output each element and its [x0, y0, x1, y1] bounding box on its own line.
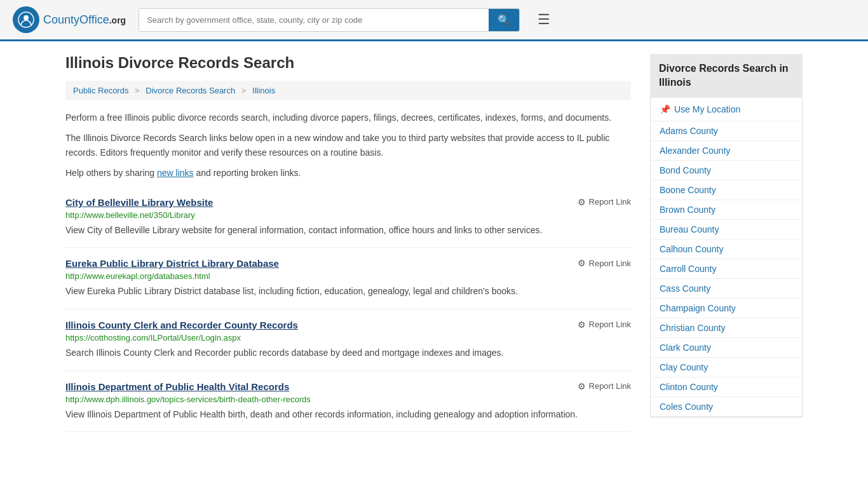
search-icon: 🔍 [498, 15, 510, 25]
report-link-3[interactable]: ⚙ Report Link [578, 381, 631, 391]
search-input[interactable] [139, 9, 489, 31]
description-2: The Illinois Divorce Records Search link… [65, 131, 631, 159]
svg-point-1 [24, 15, 29, 20]
breadcrumb-sep-1: > [135, 86, 140, 95]
county-link-6[interactable]: Calhoun County [651, 240, 802, 259]
report-link-1[interactable]: ⚙ Report Link [578, 258, 631, 268]
description-3: Help others by sharing new links and rep… [65, 166, 631, 180]
county-link-11[interactable]: Clark County [651, 338, 802, 357]
description-1: Perform a free Illinois public divorce r… [65, 111, 631, 125]
result-title-2[interactable]: Illinois County Clerk and Recorder Count… [65, 320, 298, 330]
county-link-3[interactable]: Boone County [651, 180, 802, 200]
county-link-10[interactable]: Christian County [651, 318, 802, 337]
page-title: Illinois Divorce Records Search [65, 54, 631, 72]
sidebar: Divorce Records Search in Illinois 📌 Use… [650, 54, 803, 432]
county-list: Adams CountyAlexander CountyBond CountyB… [651, 121, 802, 417]
content-area: Illinois Divorce Records Search Public R… [65, 54, 631, 432]
county-link-4[interactable]: Brown County [651, 200, 802, 219]
logo[interactable]: CountyOffice.org [13, 6, 126, 33]
breadcrumb-public-records[interactable]: Public Records [73, 86, 128, 95]
breadcrumb-divorce-records[interactable]: Divorce Records Search [146, 86, 235, 95]
search-button[interactable]: 🔍 [489, 9, 519, 31]
use-my-location[interactable]: 📌 Use My Location [651, 98, 802, 121]
result-url-1[interactable]: http://www.eurekapl.org/databases.html [65, 271, 631, 281]
county-link-5[interactable]: Bureau County [651, 220, 802, 239]
list-item: Carroll County [651, 259, 802, 279]
result-url-2[interactable]: https://cotthosting.com/ILPortal/User/Lo… [65, 333, 631, 342]
list-item: Clinton County [651, 377, 802, 397]
report-icon-3: ⚙ [578, 381, 586, 391]
breadcrumb-sep-2: > [241, 86, 247, 95]
breadcrumb-illinois[interactable]: Illinois [252, 86, 275, 95]
result-title-1[interactable]: Eureka Public Library District Library D… [65, 258, 279, 269]
sidebar-title: Divorce Records Search in Illinois [650, 54, 803, 98]
result-entry: Illinois County Clerk and Recorder Count… [65, 309, 631, 371]
county-link-1[interactable]: Alexander County [651, 141, 802, 160]
result-url-0[interactable]: http://www.belleville.net/350/Library [65, 210, 631, 220]
list-item: Calhoun County [651, 240, 802, 259]
menu-button[interactable]: ☰ [532, 9, 555, 30]
report-link-2[interactable]: ⚙ Report Link [578, 320, 631, 330]
result-desc-2: Search Illinois County Clerk and Recorde… [65, 346, 631, 360]
list-item: Cass County [651, 279, 802, 299]
result-title-3[interactable]: Illinois Department of Public Health Vit… [65, 381, 289, 392]
list-item: Bond County [651, 161, 802, 180]
list-item: Bureau County [651, 220, 802, 240]
logo-icon [13, 6, 39, 33]
county-link-0[interactable]: Adams County [651, 121, 802, 140]
breadcrumb: Public Records > Divorce Records Search … [65, 81, 631, 100]
logo-text: CountyOffice.org [43, 13, 126, 27]
result-entry: City of Belleville Library Website ⚙ Rep… [65, 187, 631, 248]
list-item: Clark County [651, 338, 802, 358]
hamburger-icon: ☰ [538, 11, 550, 27]
list-item: Boone County [651, 180, 802, 200]
new-links-link[interactable]: new links [157, 168, 194, 178]
county-link-13[interactable]: Clinton County [651, 377, 802, 396]
report-icon-0: ⚙ [578, 197, 586, 207]
list-item: Champaign County [651, 299, 802, 318]
search-container: 🔍 [139, 8, 520, 32]
list-item: Christian County [651, 318, 802, 338]
result-url-3[interactable]: http://www.dph.illinois.gov/topics-servi… [65, 395, 631, 404]
list-item: Clay County [651, 358, 802, 377]
report-link-0[interactable]: ⚙ Report Link [578, 197, 631, 207]
county-link-2[interactable]: Bond County [651, 161, 802, 180]
result-entry: Illinois Department of Public Health Vit… [65, 371, 631, 433]
county-link-12[interactable]: Clay County [651, 358, 802, 377]
result-desc-1: View Eureka Public Library District data… [65, 285, 631, 299]
county-link-9[interactable]: Champaign County [651, 299, 802, 318]
result-title-0[interactable]: City of Belleville Library Website [65, 197, 213, 208]
list-item: Alexander County [651, 141, 802, 161]
county-link-14[interactable]: Coles County [651, 397, 802, 416]
results-container: City of Belleville Library Website ⚙ Rep… [65, 187, 631, 433]
location-icon: 📌 [660, 104, 670, 114]
list-item: Coles County [651, 397, 802, 417]
list-item: Brown County [651, 200, 802, 220]
result-desc-3: View Illinois Department of Public Healt… [65, 408, 631, 422]
result-entry: Eureka Public Library District Library D… [65, 248, 631, 309]
result-desc-0: View City of Belleville Library website … [65, 224, 631, 238]
county-link-7[interactable]: Carroll County [651, 259, 802, 278]
list-item: Adams County [651, 121, 802, 141]
location-link[interactable]: Use My Location [674, 104, 740, 114]
report-icon-1: ⚙ [578, 258, 586, 268]
report-icon-2: ⚙ [578, 320, 586, 330]
county-link-8[interactable]: Cass County [651, 279, 802, 298]
